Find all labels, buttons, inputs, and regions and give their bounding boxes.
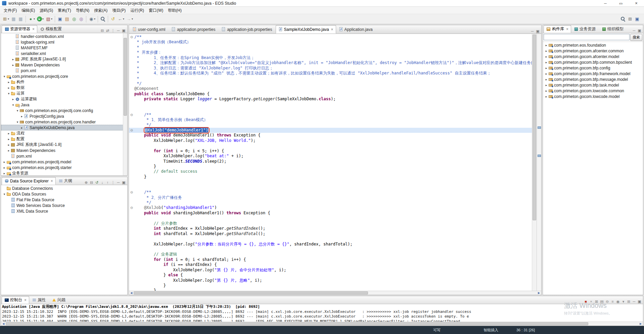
- scroll-lock-button[interactable]: ⊖: [605, 299, 609, 304]
- forward-button[interactable]: →▾: [126, 15, 134, 23]
- fold-marker-icon[interactable]: ⊖: [129, 128, 134, 133]
- tree-item-com-primeton-gocom-bfp-config[interactable]: ▸com.primeton.gocom.bfp.config: [543, 65, 643, 71]
- expand-arrow-icon[interactable]: ▸: [7, 132, 11, 135]
- code-line[interactable]: public void shardingJobHandler1() throws…: [129, 211, 532, 216]
- tree-item-com-primeton-eos-projectlj-core-config[interactable]: ▾com.primeton.eos.projectlj.core.config: [1, 108, 127, 113]
- code-line[interactable]: }: [129, 164, 532, 169]
- tree-item-构件[interactable]: ▸构件: [1, 79, 127, 85]
- code-line[interactable]: TimeUnit.SECONDS.sleep(2);: [129, 159, 532, 164]
- maximize-panel-button[interactable]: ▣: [122, 28, 126, 33]
- minimize-panel-button[interactable]: ─: [116, 180, 121, 185]
- tree-item-com-primeton-eos-projectlj-core-handler[interactable]: ▾com.primeton.eos.projectlj.core.handler: [1, 119, 127, 125]
- new-wizard-button[interactable]: ⊞▾: [2, 15, 10, 23]
- tree-item-database-connections[interactable]: Database Connections: [1, 185, 127, 191]
- tab-application-job-properties[interactable]: application-job.properties: [219, 25, 275, 34]
- editor-horizontal-scrollbar[interactable]: ◀ ▶: [129, 291, 541, 295]
- tree-item-handler-contribution-xml[interactable]: handler-contribution.xml: [1, 34, 127, 39]
- tab-模板配置[interactable]: 模板配置: [37, 25, 65, 33]
- code-line[interactable]: for (int i = 0; i < 5; i++) {: [129, 149, 532, 154]
- code-line[interactable]: for (int i = 0; i < shardTotal; i++) {: [129, 257, 532, 262]
- tree-item-logback-spring-xml[interactable]: logback-spring.xml: [1, 39, 127, 45]
- menu-帮助-h[interactable]: 帮助(H): [166, 7, 184, 14]
- overview-marker[interactable]: [538, 126, 541, 129]
- expand-arrow-icon[interactable]: ▸: [11, 63, 15, 67]
- expand-arrow-icon[interactable]: ▸: [544, 61, 548, 64]
- tab-属性[interactable]: 属性: [29, 296, 49, 304]
- code-line[interactable]: */: [129, 200, 532, 205]
- menu-搜索-a[interactable]: 搜索(A): [92, 7, 110, 14]
- collapse-arrow-icon[interactable]: ▾: [2, 192, 6, 196]
- tab-资源管理器[interactable]: 资源管理器×: [2, 25, 37, 33]
- menu-运行-r[interactable]: 运行(R): [128, 7, 146, 14]
- code-line[interactable]: */: [129, 81, 532, 86]
- tree-item-manifest-mf[interactable]: MANIFEST.MF: [1, 45, 127, 51]
- expand-arrow-icon[interactable]: ▸: [7, 143, 11, 147]
- tree-item-配置[interactable]: ▸配置: [1, 136, 127, 142]
- code-line[interactable]: * 2、注解配置：为Job方法添加注解 "@XxlJob(value="自定义j…: [129, 60, 532, 65]
- code-line[interactable]: * 3、执行日志：需要通过 "XxlJobHelper.log" 打印执行日志；: [129, 66, 532, 71]
- close-icon[interactable]: ×: [566, 27, 568, 32]
- code-line[interactable]: ⊖ /**: [129, 190, 532, 195]
- tab-构件库[interactable]: 构件库×: [544, 25, 571, 33]
- expand-arrow-icon[interactable]: ▸: [11, 98, 15, 101]
- collapse-arrow-icon[interactable]: ▾: [15, 109, 19, 112]
- tab-samplexxljobdemo-java[interactable]: SampleXxlJobDemo.java×: [276, 25, 336, 34]
- dropdown-arrow-icon[interactable]: ▾: [34, 17, 35, 20]
- dropdown-arrow-icon[interactable]: ▾: [8, 17, 9, 20]
- tree-item-projectljconfig-java[interactable]: ▸ProjectljConfig.java: [1, 113, 127, 119]
- code-line[interactable]: * job开发示例（Bean模式）: [129, 40, 532, 45]
- code-line[interactable]: * 1、任务开发：在Spring Bean实例中，开发Job方法；: [129, 55, 532, 60]
- tree-item-com-primeton-eos-projectlj-model[interactable]: ▸com.primeton.eos.projectlj.model: [1, 159, 127, 165]
- code-line[interactable]: if (i == shardIndex) {: [129, 262, 532, 267]
- expand-arrow-icon[interactable]: ▸: [2, 172, 6, 175]
- tree-item-java[interactable]: ▾Java: [1, 102, 127, 108]
- expand-arrow-icon[interactable]: ▸: [544, 72, 548, 75]
- code-line[interactable]: [129, 143, 532, 148]
- code-line[interactable]: ⊖ @XxlJob("shardingJobHandler1"): [129, 205, 532, 210]
- tree-item-com-primeton-gocom-afcenter-model[interactable]: ▸com.primeton.gocom.afcenter.model: [543, 54, 643, 59]
- back-button[interactable]: ←▾: [117, 15, 125, 23]
- view-menu-button[interactable]: ⋮: [111, 180, 115, 185]
- scrollbar-thumb[interactable]: [533, 35, 536, 220]
- minimize-panel-button[interactable]: ─: [632, 299, 636, 304]
- save-button[interactable]: ▦: [10, 15, 17, 23]
- tree-item-serialkiller-xml[interactable]: serialkiller.xml: [1, 51, 127, 56]
- tree-item-com-primeton-gocom-lowcode-model[interactable]: ▸com.primeton.gocom.lowcode.model: [543, 94, 643, 99]
- code-line[interactable]: // 业务逻辑: [129, 252, 532, 257]
- dropdown-arrow-icon[interactable]: ▾: [42, 17, 44, 20]
- tree-item-com-primeton-gocom-afcenter-common[interactable]: ▸com.primeton.gocom.afcenter.common: [543, 48, 643, 54]
- fold-marker-icon[interactable]: ⊖: [129, 190, 134, 195]
- expand-arrow-icon[interactable]: ▸: [7, 149, 11, 152]
- tab-大纲[interactable]: 大纲: [56, 177, 76, 185]
- tree-item-com-primeton-eos-foundation[interactable]: ▸com.primeton.eos.foundation: [543, 42, 643, 48]
- tree-item-运算逻辑[interactable]: ▸运算逻辑: [1, 96, 127, 102]
- code-line[interactable]: public void demoJobHandler1() throws Exc…: [129, 133, 532, 138]
- menu-导航-n[interactable]: 导航(N): [74, 7, 92, 14]
- console-output[interactable]: Application [Java 应用程序] C:\Program Files…: [1, 304, 643, 322]
- code-line[interactable]: }: [129, 288, 532, 291]
- code-line[interactable]: int shardIndex = XxlJobHelper.getShardIn…: [129, 226, 532, 231]
- maximize-panel-button[interactable]: ▣: [122, 180, 126, 185]
- dropdown-arrow-icon[interactable]: ▾: [94, 17, 95, 20]
- close-icon[interactable]: ×: [32, 27, 35, 32]
- minimize-panel-button[interactable]: ─: [632, 28, 636, 33]
- restore-window-button[interactable]: ▭: [613, 0, 629, 6]
- export-button[interactable]: ↑: [105, 180, 110, 185]
- tab-业务资源[interactable]: 业务资源: [571, 25, 599, 33]
- code-line[interactable]: [129, 247, 532, 252]
- tab-控制台[interactable]: 控制台×: [2, 296, 29, 304]
- code-line[interactable]: * 4、任务结果：默认任务结果为 "成功" 状态，不需要主动设置；如有诉求，比如…: [129, 71, 532, 76]
- editor-vertical-scrollbar[interactable]: [532, 34, 537, 291]
- java-perspective-button[interactable]: ▣: [634, 15, 640, 23]
- explorer-scrollbar[interactable]: [123, 33, 127, 175]
- collapse-arrow-icon[interactable]: ▾: [7, 92, 11, 95]
- collapse-arrow-icon[interactable]: ▾: [15, 120, 19, 124]
- code-line[interactable]: int shardTotal = XxlJobHelper.getShardTo…: [129, 231, 532, 236]
- tree-item-flat-file-data-source[interactable]: Flat File Data Source: [1, 197, 127, 203]
- close-icon[interactable]: ×: [51, 179, 53, 183]
- collapse-all-button[interactable]: ⊟: [100, 28, 104, 33]
- dropdown-arrow-icon[interactable]: ▾: [132, 17, 133, 20]
- new-class-button[interactable]: ◎: [71, 15, 77, 23]
- code-line[interactable]: }: [129, 283, 532, 288]
- scroll-left-icon[interactable]: ◀: [129, 291, 134, 294]
